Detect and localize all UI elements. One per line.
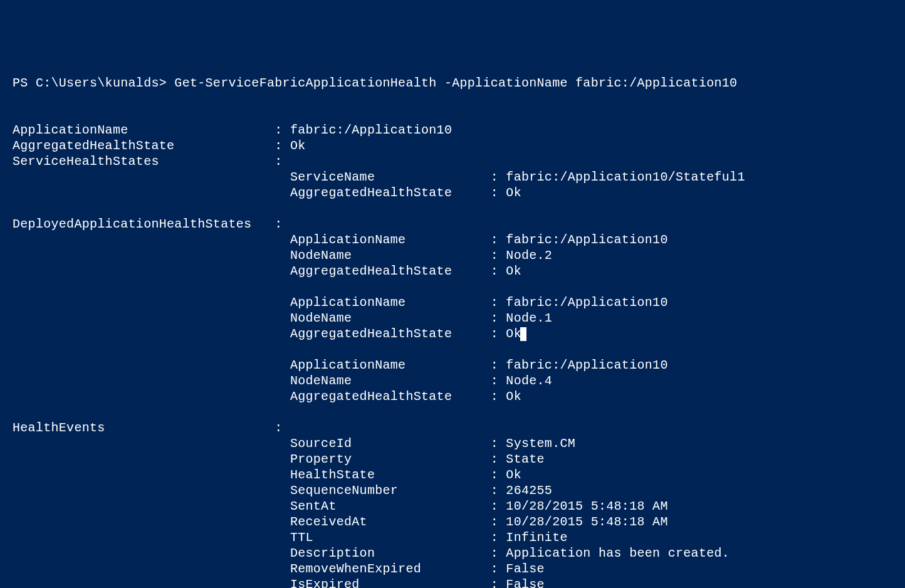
- output-line: AggregatedHealthState : Ok: [13, 389, 521, 404]
- nested-label: IsExpired: [290, 577, 483, 588]
- output-line: Property : State: [13, 452, 545, 466]
- nested-value: Ok: [506, 327, 521, 341]
- indent: [13, 389, 290, 404]
- nested-value: fabric:/Application10/Stateful1: [506, 170, 745, 184]
- nested-label: AggregatedHealthState: [290, 389, 483, 404]
- nested-label: SourceId: [290, 436, 483, 451]
- output-line: NodeName : Node.1: [13, 311, 552, 325]
- nested-value: 10/28/2015 5:48:18 AM: [506, 499, 667, 513]
- nested-value: False: [506, 562, 545, 576]
- output-line: IsExpired : False: [13, 577, 545, 588]
- output-line: ApplicationName : fabric:/Application10: [13, 233, 668, 247]
- indent: [13, 233, 290, 247]
- nested-label: ApplicationName: [290, 358, 483, 372]
- field-label: ServiceHealthStates: [13, 154, 267, 169]
- indent: [13, 483, 290, 498]
- output-line: [13, 405, 290, 419]
- output-line: SentAt : 10/28/2015 5:48:18 AM: [13, 499, 668, 513]
- indent: [13, 186, 290, 200]
- output-line: [13, 342, 290, 357]
- output-line: AggregatedHealthState : Ok: [13, 186, 521, 200]
- output-line: NodeName : Node.4: [13, 374, 552, 388]
- nested-label: AggregatedHealthState: [290, 186, 483, 200]
- output-line: RemoveWhenExpired : False: [13, 562, 545, 576]
- nested-value: Ok: [506, 468, 521, 482]
- nested-label: Description: [290, 546, 483, 560]
- output-line: ServiceHealthStates :: [13, 154, 290, 169]
- indent: [13, 530, 290, 545]
- indent: [13, 358, 290, 372]
- indent: [13, 295, 290, 310]
- nested-label: AggregatedHealthState: [290, 327, 483, 341]
- nested-value: Node.2: [506, 248, 552, 263]
- output-line: AggregatedHealthState : Ok: [13, 264, 521, 278]
- nested-label: ReceivedAt: [290, 515, 483, 529]
- indent: [13, 327, 290, 341]
- nested-label: Property: [290, 452, 483, 466]
- indent: [13, 562, 290, 576]
- indent: [13, 248, 290, 263]
- field-label: AggregatedHealthState: [13, 139, 267, 153]
- field-value: Ok: [290, 139, 306, 153]
- output-line: ApplicationName : fabric:/Application10: [13, 123, 452, 137]
- field-label: ApplicationName: [13, 123, 267, 137]
- field-label: DeployedApplicationHealthStates: [13, 217, 267, 231]
- nested-value: 10/28/2015 5:48:18 AM: [506, 515, 667, 529]
- nested-value: False: [506, 577, 545, 588]
- nested-value: Ok: [506, 186, 521, 200]
- field-label: HealthEvents: [13, 421, 267, 435]
- output-line: NodeName : Node.2: [13, 248, 552, 263]
- nested-value: State: [506, 452, 545, 466]
- nested-label: AggregatedHealthState: [290, 264, 483, 278]
- indent: [13, 546, 290, 560]
- nested-label: RemoveWhenExpired: [290, 562, 483, 576]
- nested-label: SequenceNumber: [290, 483, 483, 498]
- nested-label: ServiceName: [290, 170, 483, 184]
- nested-value: Node.4: [506, 374, 552, 388]
- output-line: AggregatedHealthState : Ok: [13, 327, 526, 341]
- nested-label: NodeName: [290, 311, 483, 325]
- powershell-terminal[interactable]: PS C:\Users\kunalds> Get-ServiceFabricAp…: [13, 75, 892, 588]
- nested-value: 264255: [506, 483, 552, 498]
- indent: [13, 374, 290, 388]
- output-line: AggregatedHealthState : Ok: [13, 139, 305, 153]
- nested-label: ApplicationName: [290, 233, 483, 247]
- prompt-prefix: PS C:\Users\kunalds>: [13, 76, 174, 90]
- output-line: HealthEvents :: [13, 421, 290, 435]
- nested-value: Node.1: [506, 311, 552, 325]
- nested-value: System.CM: [506, 436, 575, 451]
- nested-label: TTL: [290, 530, 483, 545]
- indent: [13, 577, 290, 588]
- nested-label: NodeName: [290, 248, 483, 263]
- output-line: ApplicationName : fabric:/Application10: [13, 358, 668, 372]
- nested-value: fabric:/Application10: [506, 295, 667, 310]
- output-line: [13, 280, 290, 294]
- indent: [13, 264, 290, 278]
- nested-value: fabric:/Application10: [506, 358, 667, 372]
- output-line: Description : Application has been creat…: [13, 546, 730, 560]
- output-line: DeployedApplicationHealthStates :: [13, 217, 290, 231]
- output-line: ApplicationName : fabric:/Application10: [13, 295, 668, 310]
- indent: [13, 436, 290, 451]
- nested-value: fabric:/Application10: [506, 233, 667, 247]
- indent: [13, 452, 290, 466]
- command-text: Get-ServiceFabricApplicationHealth -Appl…: [174, 76, 737, 90]
- nested-label: ApplicationName: [290, 295, 483, 310]
- output-line: HealthState : Ok: [13, 468, 521, 482]
- output-line: SequenceNumber : 264255: [13, 483, 552, 498]
- prompt-line: PS C:\Users\kunalds> Get-ServiceFabricAp…: [13, 76, 737, 90]
- nested-value: Ok: [506, 264, 521, 278]
- output-line: ReceivedAt : 10/28/2015 5:48:18 AM: [13, 515, 668, 529]
- nested-label: SentAt: [290, 499, 483, 513]
- nested-label: NodeName: [290, 374, 483, 388]
- indent: [13, 515, 290, 529]
- text-cursor: [520, 327, 526, 341]
- output-line: ServiceName : fabric:/Application10/Stat…: [13, 170, 745, 184]
- indent: [13, 499, 290, 513]
- indent: [13, 170, 290, 184]
- output-line: [13, 201, 290, 216]
- nested-value: Application has been created.: [506, 546, 730, 560]
- output-line: TTL : Infinite: [13, 530, 568, 545]
- field-value: fabric:/Application10: [290, 123, 452, 137]
- nested-label: HealthState: [290, 468, 483, 482]
